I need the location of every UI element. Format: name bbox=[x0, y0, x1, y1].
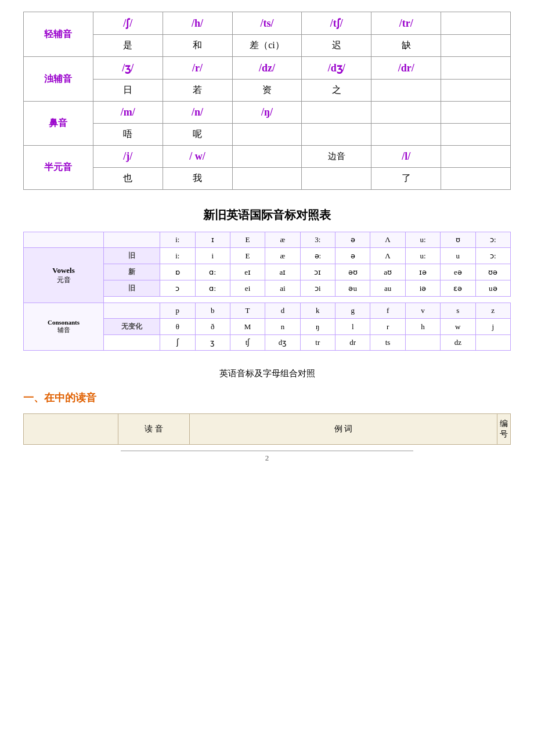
header-reading: 读 音 bbox=[118, 414, 190, 445]
chinese-ng1: 唔 bbox=[93, 124, 163, 146]
ipa-hdr-4: E bbox=[230, 232, 265, 248]
v-old-2: i bbox=[195, 248, 230, 264]
header-number: 编 号 bbox=[497, 414, 510, 445]
v-new-d3: eɪ bbox=[230, 264, 265, 280]
v-new-d1: ɒ bbox=[160, 264, 195, 280]
cons-empty2 bbox=[475, 335, 511, 351]
ipa-hdr-11: ɔ: bbox=[475, 232, 511, 248]
cons-n: n bbox=[265, 319, 300, 335]
cons-dz: dz bbox=[441, 335, 475, 351]
cons-M: M bbox=[230, 319, 265, 335]
one-heading: 一、在中的读音 bbox=[23, 391, 511, 405]
v-old-4: æ bbox=[265, 248, 300, 264]
v-old-1: i: bbox=[160, 248, 195, 264]
chinese-ruo: 若 bbox=[163, 80, 232, 102]
v-old-9: u bbox=[441, 248, 475, 264]
empty-cell-15 bbox=[232, 168, 302, 190]
category-qing: 轻辅音 bbox=[24, 12, 93, 57]
cons-k: k bbox=[300, 303, 335, 319]
cons-j: j bbox=[475, 319, 511, 335]
empty-cell-1 bbox=[441, 12, 511, 35]
side-label-bian: 边音 bbox=[302, 146, 371, 168]
phoneme-j: /j/ bbox=[93, 146, 163, 168]
ipa-comparison-table: i: ɪ E æ 3: ə Λ u: ʊ ɔ: Vowels元音 旧 i: i … bbox=[23, 232, 511, 351]
empty-cell-6 bbox=[302, 102, 371, 124]
chinese-ye: 也 bbox=[93, 168, 163, 190]
ipa-hdr-9: u: bbox=[405, 232, 440, 248]
phoneme-l: /l/ bbox=[371, 146, 441, 168]
cons-l: l bbox=[335, 319, 370, 335]
chinese-shi: 是 bbox=[93, 35, 163, 57]
consonants-label: Consonants辅音 bbox=[24, 303, 104, 351]
phoneme-tr: /tr/ bbox=[371, 12, 441, 35]
chinese-zhi: 之 bbox=[302, 80, 371, 102]
cons-tr: tr bbox=[300, 335, 335, 351]
empty-cell-3 bbox=[441, 57, 511, 80]
phoneme-ts: /ts/ bbox=[232, 12, 302, 35]
v-old-7: Λ bbox=[370, 248, 405, 264]
phoneme-m: /m/ bbox=[93, 102, 163, 124]
category-bi: 鼻音 bbox=[24, 102, 93, 146]
cons-h: h bbox=[405, 319, 440, 335]
cons-dr: dr bbox=[335, 335, 370, 351]
chinese-zi: 资 bbox=[232, 80, 302, 102]
empty-cell-9 bbox=[232, 124, 302, 146]
cons-d: d bbox=[265, 303, 300, 319]
header-table: 读 音 例 词 编 号 bbox=[23, 413, 511, 445]
cons-ng: ŋ bbox=[300, 319, 335, 335]
cons-zh: ʒ bbox=[195, 335, 230, 351]
empty-cell-5 bbox=[441, 80, 511, 102]
v-new-d2: ɑ: bbox=[195, 264, 230, 280]
phoneme-ng: /ŋ/ bbox=[232, 102, 302, 124]
v-old2-d7: au bbox=[370, 280, 405, 297]
v-old2-d8: iə bbox=[405, 280, 440, 297]
chinese-que: 缺 bbox=[371, 35, 441, 57]
phoneme-sh: /ʃ/ bbox=[93, 12, 163, 35]
v-old-8: u: bbox=[405, 248, 440, 264]
cons-blank bbox=[104, 303, 160, 319]
consonant-table: 轻辅音 /ʃ/ /h/ /ts/ /tʃ/ /tr/ 是 和 差（ci） 迟 缺… bbox=[23, 12, 511, 190]
v-new-d5: ɔɪ bbox=[300, 264, 335, 280]
ipa-hdr-8: Λ bbox=[370, 232, 405, 248]
blank-sep bbox=[104, 297, 511, 303]
cons-s: s bbox=[441, 303, 475, 319]
phoneme-dz: /dz/ bbox=[232, 57, 302, 80]
v-old2-d5: ɔi bbox=[300, 280, 335, 297]
cons-empty1 bbox=[405, 335, 440, 351]
chinese-wo: 我 bbox=[163, 168, 232, 190]
empty-cell-2 bbox=[441, 35, 511, 57]
new-old-title: 新旧英语国际音标对照表 bbox=[23, 207, 511, 223]
v-old-3: E bbox=[230, 248, 265, 264]
v-old2-d4: ai bbox=[265, 280, 300, 297]
v-new-d8: ɪə bbox=[405, 264, 440, 280]
cons-dzh: dʒ bbox=[265, 335, 300, 351]
v-old-5: ə: bbox=[300, 248, 335, 264]
category-zhuo: 浊辅音 bbox=[24, 57, 93, 102]
header-example: 例 词 bbox=[189, 414, 497, 445]
phoneme-dr: /dr/ bbox=[371, 57, 441, 80]
cons-eth: ð bbox=[195, 319, 230, 335]
empty-cell-12 bbox=[441, 124, 511, 146]
phoneme-h: /h/ bbox=[163, 12, 232, 35]
empty-cell-13 bbox=[232, 146, 302, 168]
vowels-old2-tag: 旧 bbox=[104, 280, 160, 297]
v-new-d9: eə bbox=[441, 264, 475, 280]
empty-cell-7 bbox=[371, 102, 441, 124]
v-old2-d9: ɛə bbox=[441, 280, 475, 297]
empty-cell-4 bbox=[371, 80, 441, 102]
empty-cell-10 bbox=[302, 124, 371, 146]
cons-g: g bbox=[335, 303, 370, 319]
phoneme-n: /n/ bbox=[163, 102, 232, 124]
ipa-hdr-7: ə bbox=[335, 232, 370, 248]
chinese-chi: 迟 bbox=[302, 35, 371, 57]
cons-unchanged-tag: 无变化 bbox=[104, 319, 160, 335]
cons-theta: θ bbox=[160, 319, 195, 335]
phoneme-r: /r/ bbox=[163, 57, 232, 80]
empty-cell-16 bbox=[302, 168, 371, 190]
chinese-ne: 呢 bbox=[163, 124, 232, 146]
empty-cell-14 bbox=[441, 146, 511, 168]
cons-p: p bbox=[160, 303, 195, 319]
cons-z: z bbox=[475, 303, 511, 319]
v-old-6: ə bbox=[335, 248, 370, 264]
ipa-hdr-1 bbox=[104, 232, 160, 248]
